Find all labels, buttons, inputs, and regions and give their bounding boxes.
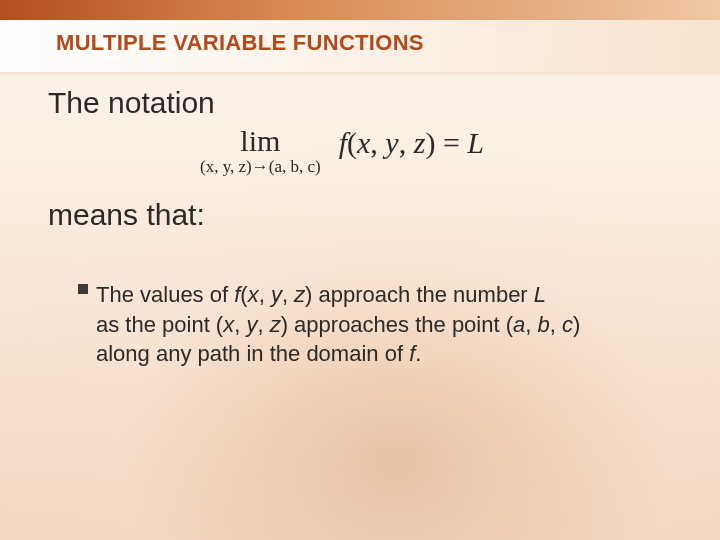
txt-period: . xyxy=(415,341,421,366)
lim-sub-arrow: → xyxy=(252,157,269,176)
txt-c5: , xyxy=(525,312,537,337)
txt-c2: , xyxy=(282,282,294,307)
lim-subscript: (x, y, z)→(a, b, c) xyxy=(200,158,321,175)
slide: MULTIPLE VARIABLE FUNCTIONS The notation… xyxy=(0,0,720,540)
intro-line-1: The notation xyxy=(48,86,215,120)
txt-close3: ) xyxy=(573,312,580,337)
txt-z2: z xyxy=(270,312,281,337)
lim-sub-lhs: (x, y, z) xyxy=(200,157,252,176)
txt-seg5: along any path in the domain of xyxy=(96,341,409,366)
txt-open1: ( xyxy=(240,282,247,307)
comma-2: , xyxy=(399,126,414,159)
limit-expression: f(x, y, z) = L xyxy=(339,128,484,158)
txt-c3: , xyxy=(234,312,246,337)
txt-c1: , xyxy=(259,282,271,307)
txt-c4: , xyxy=(257,312,269,337)
txt-y2: y xyxy=(246,312,257,337)
arg-x: x xyxy=(357,126,370,159)
txt-seg3: as the point ( xyxy=(96,312,223,337)
comma-1: , xyxy=(370,126,385,159)
square-bullet-icon xyxy=(78,284,88,294)
txt-c6: , xyxy=(550,312,562,337)
top-accent-bar xyxy=(0,0,720,20)
txt-x2: x xyxy=(223,312,234,337)
bullet-item: The values of f(x, y, z) approach the nu… xyxy=(96,280,660,369)
txt-L: L xyxy=(534,282,546,307)
txt-seg4: approaches the point ( xyxy=(288,312,513,337)
equals-sign: = xyxy=(435,126,467,159)
open-paren: ( xyxy=(347,126,357,159)
limit-operator: lim (x, y, z)→(a, b, c) xyxy=(200,126,321,175)
lim-word: lim xyxy=(200,126,321,156)
intro-line-2: means that: xyxy=(48,198,205,232)
txt-seg1: The values of xyxy=(96,282,234,307)
txt-close2: ) xyxy=(281,312,288,337)
txt-x1: x xyxy=(248,282,259,307)
lim-sub-rhs: (a, b, c) xyxy=(269,157,321,176)
txt-z1: z xyxy=(294,282,305,307)
arg-z: z xyxy=(414,126,426,159)
txt-seg2: approach the number xyxy=(312,282,533,307)
func-name: f xyxy=(339,126,347,159)
section-title: MULTIPLE VARIABLE FUNCTIONS xyxy=(56,30,424,56)
txt-a: a xyxy=(513,312,525,337)
txt-c: c xyxy=(562,312,573,337)
bullet-text: The values of f(x, y, z) approach the nu… xyxy=(96,282,580,366)
limit-value: L xyxy=(467,126,484,159)
txt-b: b xyxy=(538,312,550,337)
close-paren: ) xyxy=(425,126,435,159)
txt-y1: y xyxy=(271,282,282,307)
arg-y: y xyxy=(385,126,398,159)
limit-formula: lim (x, y, z)→(a, b, c) f(x, y, z) = L xyxy=(200,126,484,175)
